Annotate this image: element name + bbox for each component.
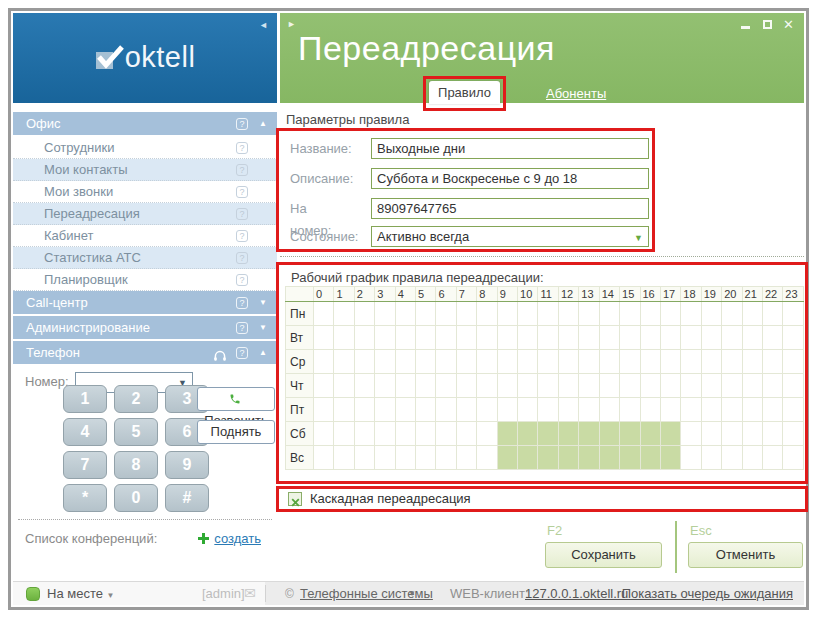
schedule-cell-Ср-10[interactable] [518,350,538,374]
schedule-cell-Чт-21[interactable] [742,374,762,398]
schedule-cell-Сб-10[interactable] [518,422,538,446]
schedule-grid[interactable]: 01234567891011121314151617181920212223Пн… [285,286,804,470]
rule-state-dropdown[interactable] [371,226,649,247]
help-icon[interactable]: ? [236,297,248,309]
save-button[interactable]: Сохранить [545,542,662,568]
tab-subscribers[interactable]: Абоненты [546,86,606,101]
rule-name-input[interactable] [371,138,649,159]
schedule-cell-Пн-21[interactable] [742,302,762,326]
schedule-cell-Сб-18[interactable] [681,422,701,446]
schedule-cell-Сб-21[interactable] [742,422,762,446]
schedule-cell-Пн-12[interactable] [558,302,578,326]
chevron-down-icon[interactable]: ▼ [259,316,267,339]
schedule-cell-Вс-7[interactable] [456,446,476,470]
schedule-cell-Сб-0[interactable] [314,422,334,446]
help-icon[interactable]: ? [236,142,248,154]
schedule-cell-Вт-2[interactable] [354,326,374,350]
schedule-cell-Чт-13[interactable] [579,374,599,398]
schedule-cell-Пн-7[interactable] [456,302,476,326]
schedule-cell-Пн-8[interactable] [477,302,497,326]
help-icon[interactable]: ? [236,274,248,286]
schedule-cell-Чт-10[interactable] [518,374,538,398]
sidebar-item-forwarding[interactable]: Переадресация ? [13,203,277,225]
schedule-cell-Ср-0[interactable] [314,350,334,374]
schedule-cell-Чт-6[interactable] [436,374,456,398]
schedule-cell-Пн-14[interactable] [599,302,619,326]
schedule-cell-Вс-16[interactable] [640,446,660,470]
keypad-key-2[interactable]: 2 [114,385,158,413]
schedule-cell-Сб-6[interactable] [436,422,456,446]
schedule-cell-Пн-0[interactable] [314,302,334,326]
schedule-cell-Вс-19[interactable] [701,446,721,470]
schedule-cell-Сб-23[interactable] [783,422,804,446]
schedule-cell-Вс-17[interactable] [660,446,680,470]
schedule-cell-Вс-23[interactable] [783,446,804,470]
call-button[interactable]: Позвонить [197,387,275,411]
chevron-down-icon[interactable]: ▼ [408,589,416,598]
minimize-icon[interactable] [737,17,754,32]
schedule-cell-Пт-6[interactable] [436,398,456,422]
plus-icon[interactable] [198,533,209,544]
schedule-cell-Вс-8[interactable] [477,446,497,470]
chevron-up-icon[interactable]: ▲ [259,341,267,364]
schedule-cell-Пн-10[interactable] [518,302,538,326]
schedule-cell-Вт-12[interactable] [558,326,578,350]
sidebar-section-phone[interactable]: Телефон ? ▲ [13,341,277,364]
schedule-cell-Сб-19[interactable] [701,422,721,446]
schedule-cell-Вт-1[interactable] [334,326,354,350]
chevron-down-icon[interactable]: ▼ [259,291,267,314]
schedule-cell-Вт-6[interactable] [436,326,456,350]
schedule-cell-Вт-14[interactable] [599,326,619,350]
sidebar-item-scheduler[interactable]: Планировщик ? [13,269,277,291]
schedule-cell-Вт-16[interactable] [640,326,660,350]
schedule-cell-Пн-22[interactable] [762,302,782,326]
schedule-cell-Пт-22[interactable] [762,398,782,422]
schedule-cell-Сб-3[interactable] [375,422,395,446]
keypad-key-4[interactable]: 4 [63,418,107,446]
schedule-cell-Ср-12[interactable] [558,350,578,374]
schedule-cell-Ср-2[interactable] [354,350,374,374]
schedule-cell-Чт-12[interactable] [558,374,578,398]
schedule-cell-Ср-17[interactable] [660,350,680,374]
schedule-cell-Вс-6[interactable] [436,446,456,470]
schedule-cell-Ср-4[interactable] [395,350,415,374]
schedule-cell-Пн-23[interactable] [783,302,804,326]
maximize-icon[interactable] [759,17,776,32]
schedule-cell-Вс-0[interactable] [314,446,334,470]
schedule-cell-Ср-1[interactable] [334,350,354,374]
schedule-cell-Сб-4[interactable] [395,422,415,446]
schedule-cell-Пт-2[interactable] [354,398,374,422]
schedule-cell-Пт-9[interactable] [497,398,517,422]
schedule-cell-Пн-2[interactable] [354,302,374,326]
sidebar-item-cabinet[interactable]: Кабинет ? [13,225,277,247]
rule-description-input[interactable] [371,168,649,189]
schedule-cell-Пт-5[interactable] [416,398,436,422]
schedule-cell-Ср-7[interactable] [456,350,476,374]
schedule-cell-Вт-4[interactable] [395,326,415,350]
sidebar-item-employees[interactable]: Сотрудники ? [13,137,277,159]
sidebar-item-my-contacts[interactable]: Мои контакты ? [13,159,277,181]
keypad-key-9[interactable]: 9 [165,451,209,479]
schedule-cell-Сб-11[interactable] [538,422,558,446]
schedule-cell-Сб-1[interactable] [334,422,354,446]
schedule-cell-Вс-12[interactable] [558,446,578,470]
schedule-cell-Вт-19[interactable] [701,326,721,350]
schedule-cell-Ср-15[interactable] [620,350,640,374]
schedule-cell-Вс-22[interactable] [762,446,782,470]
chevron-up-icon[interactable]: ▲ [259,112,267,135]
schedule-cell-Чт-20[interactable] [722,374,742,398]
pickup-button[interactable]: Поднять [197,420,275,444]
schedule-cell-Пн-3[interactable] [375,302,395,326]
schedule-cell-Ср-16[interactable] [640,350,660,374]
schedule-cell-Пн-17[interactable] [660,302,680,326]
schedule-cell-Чт-19[interactable] [701,374,721,398]
schedule-cell-Сб-22[interactable] [762,422,782,446]
schedule-cell-Чт-15[interactable] [620,374,640,398]
schedule-cell-Вт-21[interactable] [742,326,762,350]
schedule-cell-Ср-11[interactable] [538,350,558,374]
schedule-cell-Вс-18[interactable] [681,446,701,470]
schedule-cell-Вт-9[interactable] [497,326,517,350]
schedule-cell-Вт-22[interactable] [762,326,782,350]
schedule-cell-Ср-8[interactable] [477,350,497,374]
schedule-cell-Пт-1[interactable] [334,398,354,422]
